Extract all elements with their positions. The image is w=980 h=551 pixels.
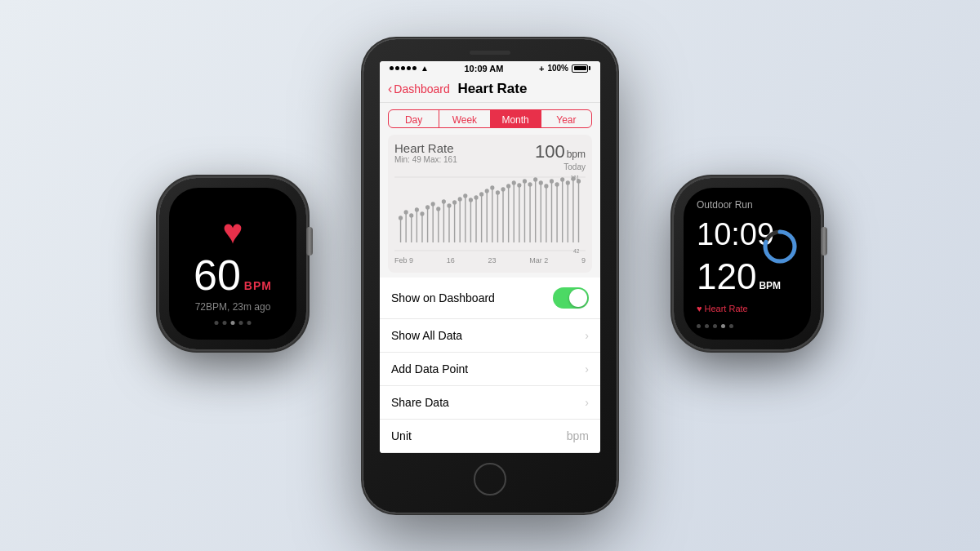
dashboard-toggle[interactable] — [553, 287, 589, 309]
list-item-share[interactable]: Share Data › — [380, 386, 600, 420]
svg-point-63 — [555, 183, 559, 186]
svg-point-11 — [415, 208, 418, 211]
heart-icon: ♥ — [223, 215, 243, 249]
status-icons: +︎ 100% — [539, 64, 590, 73]
list-item-show-all[interactable]: Show All Data › — [380, 319, 600, 353]
chart-value: 100 bpm — [535, 141, 586, 162]
toggle-knob — [569, 289, 587, 307]
watch-right: Outdoor Run 10:09 120 BPM ♥ Heart Rate — [666, 178, 829, 374]
signal-dots: ▲ — [390, 64, 429, 73]
chart-header: Heart Rate Min: 49 Max: 161 100 bpm Toda… — [394, 141, 586, 171]
page-title: Heart Rate — [450, 81, 535, 97]
svg-point-49 — [518, 184, 521, 187]
iphone-screen: ▲ 10:09 AM +︎ 100% ‹ — [380, 61, 600, 453]
list-item-show-all-label: Show All Data — [391, 329, 462, 342]
svg-point-37 — [485, 189, 488, 193]
list-item-add-data[interactable]: Add Data Point › — [380, 353, 600, 386]
chart-value-group: 100 bpm Today — [535, 141, 586, 171]
chart-svg: 161 42 — [394, 173, 586, 255]
chevron-right-icon-2: › — [585, 362, 589, 375]
bluetooth-icon: +︎ — [539, 64, 544, 73]
chevron-right-icon: › — [585, 329, 589, 342]
back-button[interactable]: ‹ Dashboard — [388, 82, 450, 96]
watch-dot-3 — [231, 321, 235, 325]
chart-value-number: 100 — [535, 141, 565, 162]
watch-right-screen: Outdoor Run 10:09 120 BPM ♥ Heart Rate — [684, 188, 811, 340]
svg-point-35 — [480, 193, 483, 196]
watch-left-body: ♥ 60 BPM 72BPM, 23m ago — [159, 178, 306, 349]
watch-right-crown — [821, 227, 827, 256]
svg-text:42: 42 — [573, 247, 580, 253]
svg-point-39 — [491, 186, 494, 189]
segment-day[interactable]: Day — [389, 110, 439, 127]
watch-bpm-number: 60 — [194, 254, 241, 296]
svg-point-29 — [464, 194, 467, 198]
scene: ♥ 60 BPM 72BPM, 23m ago — [0, 0, 980, 551]
back-chevron-icon: ‹ — [388, 82, 392, 96]
watch-dot-2 — [223, 321, 227, 325]
svg-point-41 — [497, 191, 500, 194]
svg-point-17 — [431, 202, 434, 206]
svg-point-57 — [539, 181, 542, 184]
watch-right-bpm-number: 120 — [697, 259, 756, 295]
svg-point-53 — [528, 183, 532, 186]
segment-month[interactable]: Month — [491, 110, 541, 127]
chart-x-labels: Feb 9 16 23 Mar 2 9 — [394, 255, 586, 266]
svg-point-23 — [448, 204, 451, 207]
x-label-4: Mar 2 — [529, 256, 548, 264]
chart-area: Heart Rate Min: 49 Max: 161 100 bpm Toda… — [388, 135, 592, 273]
status-time: 10:09 AM — [465, 64, 504, 73]
watch-subtitle: 72BPM, 23m ago — [195, 301, 271, 313]
svg-point-47 — [512, 181, 515, 184]
svg-point-61 — [550, 180, 554, 183]
list-section: Show on Dashboard Show All Data › Add Da… — [380, 278, 600, 453]
svg-point-27 — [458, 198, 461, 201]
list-item-share-label: Share Data — [391, 396, 449, 409]
chart-subtitle: Min: 49 Max: 161 — [394, 155, 457, 164]
x-label-3: 23 — [488, 256, 496, 264]
watch-hr-text: Heart Rate — [705, 304, 748, 313]
svg-point-33 — [474, 196, 478, 199]
list-item-add-data-label: Add Data Point — [391, 362, 468, 375]
svg-point-31 — [470, 198, 473, 202]
watch-left-screen: ♥ 60 BPM 72BPM, 23m ago — [169, 188, 296, 340]
watch-dot-4 — [239, 321, 243, 325]
svg-point-7 — [404, 211, 408, 214]
list-item-dashboard[interactable]: Show on Dashboard — [380, 278, 600, 319]
nav-bar: ‹ Dashboard Heart Rate — [380, 76, 600, 104]
svg-point-15 — [426, 206, 430, 209]
svg-point-67 — [566, 181, 569, 184]
outdoor-label: Outdoor Run — [697, 199, 753, 211]
iphone-speaker — [470, 51, 510, 55]
back-label: Dashboard — [394, 82, 450, 96]
svg-point-51 — [523, 180, 527, 183]
watch-dot-1 — [215, 321, 219, 325]
iphone: ▲ 10:09 AM +︎ 100% ‹ — [363, 39, 617, 513]
chart-title: Heart Rate — [394, 141, 457, 155]
svg-point-5 — [399, 216, 403, 220]
watch-hr-label: ♥ Heart Rate — [697, 304, 748, 313]
svg-point-69 — [572, 177, 575, 180]
list-item-dashboard-label: Show on Dashboard — [391, 291, 495, 304]
watch-left-crown — [306, 227, 313, 256]
svg-point-59 — [545, 184, 548, 188]
svg-point-43 — [501, 188, 505, 191]
watch-right-body: Outdoor Run 10:09 120 BPM ♥ Heart Rate — [674, 178, 821, 349]
iphone-home-button[interactable] — [474, 463, 506, 495]
list-item-unit-label: Unit — [391, 429, 412, 442]
x-label-5: 9 — [581, 256, 586, 264]
list-item-unit-value: bpm — [567, 429, 589, 442]
segment-week[interactable]: Week — [439, 110, 490, 127]
svg-point-55 — [534, 178, 537, 181]
battery-icon — [572, 64, 590, 73]
watch-left: ♥ 60 BPM 72BPM, 23m ago — [151, 178, 314, 374]
x-label-2: 16 — [447, 256, 455, 264]
segment-control[interactable]: Day Week Month Year — [388, 109, 592, 127]
list-item-unit[interactable]: Unit bpm — [380, 420, 600, 453]
svg-point-25 — [453, 201, 457, 204]
wifi-icon: ▲ — [421, 64, 429, 73]
segment-year[interactable]: Year — [541, 110, 591, 127]
watch-right-bpm-unit: BPM — [759, 280, 781, 291]
chart-value-unit: bpm — [567, 149, 586, 160]
activity-ring — [762, 229, 798, 268]
